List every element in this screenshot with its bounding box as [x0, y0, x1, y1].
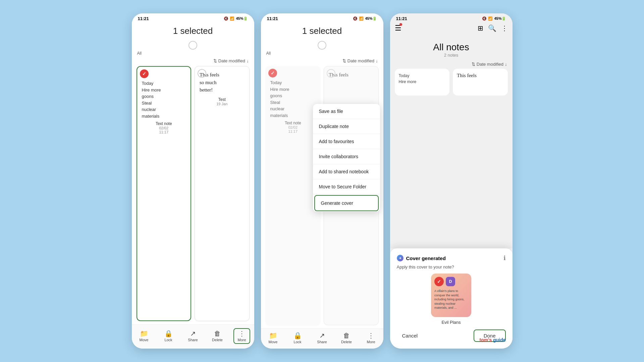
info-icon[interactable]: ℹ [503, 254, 506, 262]
ai-icon: ✦ [397, 255, 404, 261]
delete-label-2: Delete [341, 340, 352, 344]
note1-date: 02/02 [141, 126, 187, 130]
phone2-header: 1 selected [261, 22, 383, 41]
phone1-header: 1 selected [132, 22, 254, 41]
check-2[interactable] [198, 69, 206, 78]
signal-icon-2: 📶 [359, 16, 364, 21]
all-label-2: All [266, 51, 271, 56]
battery-text: 45%🔋 [236, 16, 248, 21]
cover-preview: ✓ D A villain's plans to conquer the wor… [431, 274, 471, 317]
modal-header: ✦ Cover generated ℹ [397, 254, 506, 262]
more-btn-2[interactable]: ⋮ More [363, 332, 379, 344]
menu-btn[interactable]: ☰ [395, 24, 401, 33]
dropdown-invite[interactable]: Invite collaborators [313, 149, 380, 164]
note2-hw-line2: so much [200, 79, 245, 86]
all-radio-1[interactable] [189, 41, 197, 50]
sort-icon: ⇅ [213, 58, 217, 63]
share-btn-2[interactable]: ↗ Share [314, 332, 330, 344]
sort-arrow-3: ↓ [505, 62, 507, 67]
dropdown-generate-cover[interactable]: Generate cover [314, 195, 379, 211]
delete-btn-1[interactable]: 🗑 Delete [209, 330, 226, 342]
note-preview-1[interactable]: TodayHire more [395, 69, 450, 96]
note-preview-2[interactable]: This feels [453, 69, 508, 96]
cancel-button[interactable]: Cancel [397, 329, 423, 342]
share-label: Share [188, 338, 198, 342]
sort-arrow-2: ↓ [376, 58, 378, 63]
lock-btn-2[interactable]: 🔒 Lock [289, 332, 306, 344]
note2-hw-line1: This feels [200, 71, 245, 79]
all-radio-2[interactable] [318, 41, 326, 50]
cover-label: Evil Plans [397, 320, 506, 325]
note-card-2[interactable]: This feels so much better! Test 19 Jan [195, 66, 250, 321]
check-1[interactable] [140, 69, 149, 78]
sort-bar-2[interactable]: ⇅ Date modified ↓ [261, 57, 383, 66]
status-bar-2: 11:21 🔇 📶 45%🔋 [261, 13, 383, 22]
note-preview-1-text: TodayHire more [399, 73, 446, 85]
note2-date: 19 Jan [198, 102, 246, 106]
notes-preview-row: TodayHire more This feels [390, 69, 513, 96]
delete-icon: 🗑 [214, 330, 221, 337]
dropdown-save-file[interactable]: Save as file [313, 104, 380, 119]
note-card-2-1: Today Hire more goons Steal nuclear mate… [266, 66, 321, 325]
battery-text-2: 45%🔋 [365, 16, 377, 21]
more-btn-1[interactable]: ⋮ More [233, 328, 250, 344]
time-3: 11:21 [396, 16, 407, 21]
all-notes-title-area: All notes 2 notes [390, 34, 513, 60]
notes-count: 2 notes [390, 53, 513, 58]
toms-guide-brand: tom's guide [479, 337, 505, 343]
modal-body-text: Apply this cover to your note? [397, 264, 506, 269]
delete-icon-2: 🗑 [343, 332, 350, 339]
toolbar-right: ⊞ 🔍 ⋮ [478, 24, 508, 32]
move-btn-2[interactable]: 📁 Move [265, 332, 281, 344]
move-label-2: Move [269, 340, 278, 344]
delete-label: Delete [212, 338, 223, 342]
delete-btn-2[interactable]: 🗑 Delete [338, 332, 355, 344]
check-2-2[interactable] [327, 69, 335, 78]
dropdown-menu: Save as file Duplicate note Add to favou… [313, 104, 380, 212]
modal-title: ✦ Cover generated [397, 255, 446, 261]
sort-label-1: Date modified [218, 58, 245, 63]
lock-btn-1[interactable]: 🔒 Lock [160, 330, 177, 342]
more-options-icon[interactable]: ⋮ [501, 24, 508, 32]
selected-count-1: 1 selected [139, 26, 248, 36]
share-icon-2: ↗ [319, 332, 325, 339]
sort-bar-3[interactable]: ⇅ Date modified ↓ [390, 60, 513, 69]
search-icon[interactable]: 🔍 [488, 24, 496, 32]
phone3-toolbar: ☰ ⊞ 🔍 ⋮ [390, 22, 513, 34]
dropdown-favourites[interactable]: Add to favourites [313, 134, 380, 149]
time-2: 11:21 [267, 16, 278, 21]
phone-1: 11:21 🔇 📶 45%🔋 1 selected All ⇅ Date mod… [132, 13, 254, 349]
dropdown-shared[interactable]: Add to shared notebook [313, 164, 380, 179]
sort-bar-1[interactable]: ⇅ Date modified ↓ [132, 57, 254, 66]
dropdown-secure[interactable]: Move to Secure Folder [313, 179, 380, 194]
share-btn-1[interactable]: ↗ Share [184, 330, 201, 342]
sort-icon-3: ⇅ [472, 62, 475, 67]
note2-title: Test [198, 97, 246, 102]
time-1: 11:21 [138, 16, 149, 21]
dropdown-duplicate[interactable]: Duplicate note [313, 119, 380, 134]
note1-footer: Text note 02/02 11:17 [141, 121, 187, 134]
all-notes-title: All notes [390, 42, 513, 53]
status-icons-3: 🔇 📶 45%🔋 [482, 16, 506, 21]
note-card-1-selected[interactable]: Today Hire more goons Steal nuclear mate… [137, 66, 192, 321]
app-container: 11:21 🔇 📶 45%🔋 1 selected All ⇅ Date mod… [0, 0, 644, 362]
cover-icon-check: ✓ [434, 277, 444, 286]
move-icon-2: 📁 [269, 332, 277, 339]
selected-count-2: 1 selected [268, 26, 377, 36]
check-2-1[interactable] [268, 69, 277, 77]
more-label-2: More [367, 340, 375, 344]
gallery-icon[interactable]: ⊞ [478, 24, 483, 32]
note1-time: 11:17 [141, 130, 187, 134]
sort-label-3: Date modified [477, 62, 503, 67]
more-icon-1: ⋮ [238, 330, 246, 337]
cover-note-text: A villain's plans to conquer the world, … [434, 289, 468, 310]
note1-title: Text note [141, 121, 187, 126]
mute-icon: 🔇 [224, 16, 228, 21]
move-btn-1[interactable]: 📁 Move [136, 330, 152, 342]
lock-label: Lock [164, 338, 172, 342]
share-label-2: Share [317, 340, 327, 344]
note1-text: Today Hire more goons Steal nuclear mate… [141, 80, 187, 119]
sort-label-2: Date modified [347, 58, 374, 63]
battery-text-3: 45%🔋 [494, 16, 506, 21]
cover-icon-d: D [446, 277, 455, 286]
